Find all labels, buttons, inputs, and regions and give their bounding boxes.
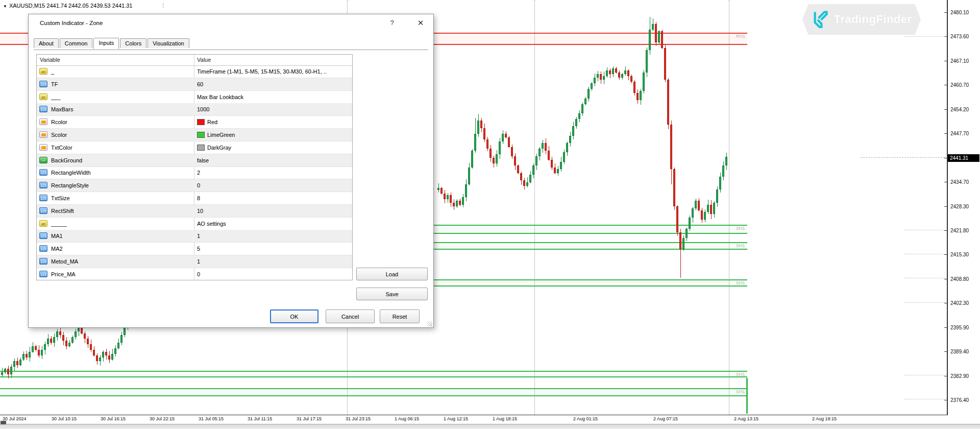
- input-row-MA1[interactable]: 123MA11: [37, 230, 352, 243]
- variable-value[interactable]: 0: [197, 179, 351, 192]
- symbol-ohlc-readout[interactable]: ▼XAUUSD,M15 2441.74 2442.05 2439.53 2441…: [3, 3, 133, 9]
- bottom-scroll-strip[interactable]: [0, 424, 980, 429]
- number-type-icon: 123: [39, 169, 47, 176]
- tradingfinder-logo-text: TradingFinder: [834, 13, 912, 26]
- tab-inputs[interactable]: Inputs: [93, 38, 119, 49]
- price-tick-label: 2382.90: [950, 373, 969, 379]
- variable-value[interactable]: false: [197, 154, 351, 166]
- price-tick-label: 2415.30: [950, 252, 969, 257]
- time-tick-label: 31 Jul 23:15: [346, 416, 371, 421]
- price-tick: [944, 133, 947, 134]
- price-tick: [944, 230, 947, 231]
- tab-colors[interactable]: Colors: [120, 38, 146, 48]
- input-row-RectShift[interactable]: 123RectShift10: [37, 205, 352, 218]
- price-tick: [944, 327, 947, 328]
- input-row-___[interactable]: ab___Max Bar Lookback: [37, 91, 352, 104]
- price-tick: [944, 61, 947, 61]
- variable-value[interactable]: 1: [197, 230, 351, 242]
- zone-label: SH1: [736, 372, 745, 377]
- input-row-Metod_MA[interactable]: 123Metod_MA1: [37, 255, 352, 268]
- tab-common[interactable]: Common: [60, 38, 93, 48]
- variable-name: TxtColor: [51, 141, 72, 154]
- close-icon[interactable]: ✕: [414, 17, 427, 29]
- drag-handle-icon[interactable]: ⁞: [162, 2, 164, 9]
- time-tick-label: 2 Aug 19:15: [812, 416, 837, 421]
- variable-value[interactable]: LimeGreen: [197, 129, 351, 141]
- cancel-button[interactable]: Cancel: [326, 309, 375, 323]
- variable-value[interactable]: 0: [197, 268, 351, 280]
- support-zone[interactable]: [0, 388, 747, 396]
- colorx-type-icon: [39, 131, 47, 138]
- scroll-nub[interactable]: [1, 421, 6, 424]
- price-tick: [944, 182, 947, 182]
- load-button[interactable]: Load: [356, 268, 428, 280]
- resize-grip[interactable]: [427, 321, 432, 326]
- tab-visualization[interactable]: Visualization: [148, 38, 189, 48]
- input-row-TxtColor[interactable]: TxtColorDarkGray: [37, 141, 352, 154]
- zone-leader-dots: [904, 36, 945, 37]
- variable-value[interactable]: 8: [197, 192, 351, 204]
- time-tick-label: 31 Jul 17:15: [297, 416, 322, 421]
- help-button[interactable]: ?: [386, 17, 398, 29]
- input-row-RectangleWidth[interactable]: 123RectangleWidth2: [37, 166, 352, 179]
- color-swatch: [197, 132, 205, 138]
- price-tick: [944, 85, 947, 85]
- bool-type-icon: ~: [39, 157, 47, 163]
- variable-value[interactable]: Max Bar Lookback: [197, 91, 351, 103]
- variable-value[interactable]: 60: [197, 78, 351, 90]
- symbol-ohlc-text: XAUUSD,M15 2441.74 2442.05 2439.53 2441.…: [9, 3, 133, 9]
- variable-value[interactable]: 5: [197, 243, 351, 255]
- price-tick-label: 2402.30: [950, 300, 969, 306]
- reset-button[interactable]: Reset: [380, 309, 420, 323]
- variable-name: RectangleWidth: [51, 166, 91, 179]
- variable-name: RectShift: [51, 205, 74, 217]
- variable-value[interactable]: Red: [197, 116, 351, 128]
- input-row-MaxBars[interactable]: 123MaxBars1000: [37, 103, 352, 116]
- inputs-table[interactable]: Variable Value ab_TimeFrame (1-M1, 5-M5,…: [36, 54, 353, 280]
- variable-name: BackGround: [51, 154, 82, 166]
- zone-leader-dots: [904, 230, 945, 230]
- price-tick-label: 2395.90: [950, 325, 969, 330]
- tab-about[interactable]: About: [34, 38, 59, 48]
- zone-leader-dots: [904, 254, 945, 254]
- variable-name: Rcolor: [51, 116, 67, 128]
- input-row-_____[interactable]: ab_____AO settings: [37, 218, 352, 230]
- color-swatch: [197, 119, 205, 125]
- tradingfinder-logo-icon: [811, 11, 828, 28]
- dialog-titlebar[interactable]: Custom Indicator - Zone ? ✕: [29, 14, 433, 32]
- time-tick-label: 2 Aug 07:15: [653, 416, 678, 421]
- variable-value[interactable]: TimeFrame (1-M1, 5-M5, 15-M15, 30-M30, 6…: [197, 65, 351, 78]
- trading-platform-window: RH1SH1SH1SH1SH1SH1 2480.102473.602467.10…: [0, 0, 980, 429]
- variable-value[interactable]: 2: [197, 166, 351, 179]
- ok-button[interactable]: OK: [270, 309, 318, 323]
- price-tick-label: 2473.60: [950, 34, 969, 39]
- input-row-Scolor[interactable]: ScolorLimeGreen: [37, 129, 352, 141]
- variable-value[interactable]: 10: [197, 205, 351, 217]
- save-button[interactable]: Save: [356, 288, 428, 300]
- variable-value[interactable]: AO settings: [197, 218, 351, 230]
- dialog-title: Custom Indicator - Zone: [40, 20, 103, 26]
- variable-name: ___: [51, 91, 60, 103]
- input-row-TxtSize[interactable]: 123TxtSize8: [37, 192, 352, 205]
- column-header-value: Value: [197, 57, 211, 63]
- input-row-RectangleStyle[interactable]: 123RectangleStyle0: [37, 179, 352, 192]
- input-row-TF[interactable]: 123TF60: [37, 78, 352, 91]
- input-row-BackGround[interactable]: ~BackGroundfalse: [37, 154, 352, 167]
- price-tick: [944, 351, 947, 352]
- input-row-Rcolor[interactable]: RcolorRed: [37, 116, 352, 129]
- input-row-Price_MA[interactable]: 123Price_MA0: [37, 268, 352, 280]
- price-tick-label: 2467.10: [950, 58, 969, 64]
- number-type-icon: 123: [39, 271, 47, 277]
- price-tick: [944, 400, 947, 400]
- variable-value[interactable]: DarkGray: [197, 141, 351, 154]
- current-price-line: [861, 157, 945, 158]
- chevron-down-icon[interactable]: ▼: [3, 4, 7, 9]
- custom-indicator-dialog[interactable]: Custom Indicator - Zone ? ✕ AboutCommonI…: [28, 14, 434, 328]
- colorx-type-icon: [39, 118, 47, 125]
- input-row-_[interactable]: ab_TimeFrame (1-M1, 5-M5, 15-M15, 30-M30…: [37, 65, 352, 78]
- input-row-MA2[interactable]: 123MA25: [37, 243, 352, 255]
- variable-value[interactable]: 1000: [197, 103, 351, 115]
- variable-value[interactable]: 1: [197, 255, 351, 268]
- variable-name: Price_MA: [51, 268, 76, 280]
- support-zone[interactable]: [0, 371, 747, 377]
